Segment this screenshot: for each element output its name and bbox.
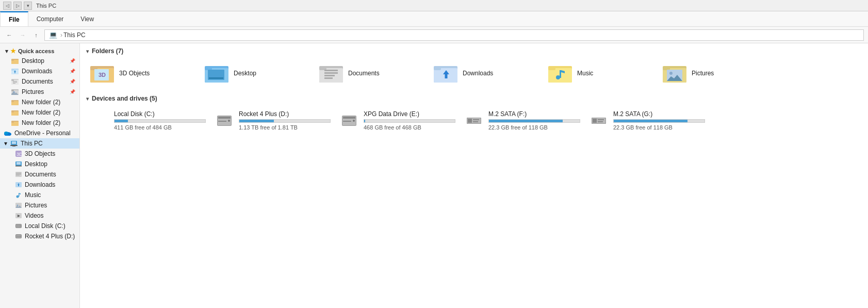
- sidebar-onedrive-label: OneDrive - Personal: [14, 129, 71, 137]
- svg-point-99: [353, 120, 355, 122]
- folder-icon: [11, 58, 19, 64]
- sidebar-item-onedrive[interactable]: OneDrive - Personal: [0, 128, 79, 138]
- folder-item-music[interactable]: Music: [544, 60, 658, 87]
- ribbon-tab-file[interactable]: File: [0, 11, 28, 26]
- svg-rect-104: [473, 119, 479, 120]
- sidebar-item-downloads[interactable]: Downloads 📌: [0, 66, 79, 76]
- folder-desktop-name: Desktop: [234, 70, 256, 77]
- svg-point-47: [17, 205, 19, 206]
- folder-item-3dobjects[interactable]: 3D 3D Objects: [86, 60, 200, 87]
- sidebar-item-newfolder3[interactable]: New folder (2): [0, 118, 79, 128]
- quick-access-star-icon: ★: [10, 47, 16, 55]
- folder-music-icon: [548, 63, 573, 84]
- drive-c-name: Local Disk (C:): [114, 110, 206, 118]
- sidebar-item-rocket-sub[interactable]: Rocket 4 Plus (D:): [0, 231, 79, 241]
- sidebar-item-music-sub[interactable]: Music: [0, 190, 79, 200]
- localdisk-icon: [15, 223, 22, 229]
- main-layout: ▾ ★ Quick access Desktop 📌 Downloads 📌 D…: [0, 43, 868, 308]
- sidebar-item-newfolder2[interactable]: New folder (2): [0, 107, 79, 118]
- sidebar-item-desktop[interactable]: Desktop 📌: [0, 56, 79, 66]
- folder-item-downloads[interactable]: Downloads: [430, 60, 543, 87]
- svg-point-89: [669, 72, 673, 75]
- svg-rect-58: [17, 236, 19, 237]
- drive-item-f[interactable]: M.2 SATA (F:) 22.3 GB free of 118 GB: [461, 107, 584, 134]
- folder-item-pictures[interactable]: Pictures: [659, 60, 772, 87]
- sidebar-quick-access-header[interactable]: ▾ ★ Quick access: [0, 45, 79, 56]
- sidebar-documents-label: Documents: [22, 78, 53, 85]
- drive-e-name: XPG Data Drive (E:): [364, 110, 455, 118]
- svg-rect-30: [12, 141, 16, 144]
- drives-section-header[interactable]: ▾ Devices and drives (5): [86, 95, 862, 102]
- sidebar-item-documents-sub[interactable]: Documents: [0, 169, 79, 180]
- drive-c-free: 411 GB free of 484 GB: [114, 124, 206, 131]
- folder-item-desktop[interactable]: Desktop: [201, 60, 314, 87]
- sidebar-item-pictures[interactable]: Pictures 📌: [0, 87, 79, 97]
- svg-rect-9: [11, 79, 14, 81]
- nav-forward-button[interactable]: →: [18, 30, 28, 40]
- svg-point-57: [20, 236, 21, 237]
- sidebar-item-downloads-sub[interactable]: Downloads: [0, 180, 79, 190]
- pictures-sub-icon: [15, 202, 22, 208]
- drive-item-c[interactable]: Local Disk (C:) 411 GB free of 484 GB: [86, 107, 210, 134]
- sidebar-item-pictures-sub[interactable]: Pictures: [0, 200, 79, 210]
- drive-d-icon: [215, 111, 234, 130]
- drive-c-bar: [114, 120, 128, 122]
- content-area: ▾ Folders (7) 3D 3D Objects: [80, 43, 868, 308]
- svg-point-53: [20, 225, 21, 226]
- drive-g-icon: [589, 111, 608, 130]
- svg-rect-73: [324, 72, 338, 74]
- drive-item-g[interactable]: M.2 SATA (G:) 22.3 GB free of 118 GB: [585, 107, 709, 134]
- sidebar-item-3dobjects[interactable]: 3D 3D Objects: [0, 149, 79, 159]
- address-pc-icon: 💻: [49, 31, 57, 39]
- drive-c-icon: [90, 111, 109, 130]
- svg-rect-105: [473, 121, 478, 122]
- svg-rect-2: [11, 59, 14, 61]
- sidebar-item-localdisk-sub[interactable]: Local Disk (C:): [0, 221, 79, 231]
- sidebar-item-documents[interactable]: Documents 📌: [0, 76, 79, 87]
- folder-pictures-icon: [663, 63, 687, 84]
- svg-rect-23: [11, 111, 14, 112]
- svg-rect-82: [548, 67, 555, 70]
- drive-item-d[interactable]: Rocket 4 Plus (D:) 1.13 TB free of 1.81 …: [211, 107, 335, 134]
- drive-e-bar-container: [364, 119, 455, 123]
- quick-access-chevron-icon: ▾: [5, 48, 8, 55]
- title-bar-fwd[interactable]: ▷: [13, 2, 22, 10]
- sidebar-newfolder3-label: New folder (2): [22, 119, 60, 126]
- drive-e-free: 468 GB free of 468 GB: [364, 124, 455, 131]
- sidebar-documents-sub-label: Documents: [25, 171, 56, 178]
- drives-section-label: Devices and drives (5): [92, 95, 157, 102]
- thispc-icon: [10, 140, 18, 147]
- title-bar-back[interactable]: ◁: [3, 2, 11, 10]
- pin-icon: 📌: [70, 79, 75, 84]
- nav-up-button[interactable]: ↑: [31, 30, 41, 40]
- sidebar-item-videos-sub[interactable]: Videos: [0, 210, 79, 221]
- drive-c-info: Local Disk (C:) 411 GB free of 484 GB: [114, 110, 206, 131]
- sidebar-desktop-label: Desktop: [22, 57, 44, 64]
- folder-downloads-name: Downloads: [463, 70, 493, 77]
- folder-documents-name: Documents: [348, 70, 380, 77]
- ribbon-tab-computer[interactable]: Computer: [28, 11, 73, 26]
- sidebar-item-desktop-sub[interactable]: Desktop: [0, 159, 79, 169]
- sidebar-item-thispc[interactable]: ▾ This PC: [0, 138, 79, 149]
- pin-icon: 📌: [70, 58, 75, 63]
- svg-rect-110: [598, 121, 603, 122]
- svg-rect-84: [560, 70, 561, 78]
- sidebar-pictures-sub-label: Pictures: [25, 202, 47, 209]
- folder-downloads-icon: [434, 63, 458, 84]
- address-path[interactable]: 💻 › This PC: [44, 29, 864, 41]
- folder-item-documents[interactable]: Documents: [315, 60, 429, 87]
- svg-rect-41: [16, 175, 20, 175]
- title-bar-menu[interactable]: ▾: [24, 2, 32, 10]
- folders-section-header[interactable]: ▾ Folders (7): [86, 47, 862, 55]
- svg-rect-31: [10, 145, 18, 146]
- sidebar-localdisk-sub-label: Local Disk (C:): [25, 222, 65, 230]
- title-bar-controls[interactable]: ◁ ▷ ▾: [3, 2, 32, 10]
- svg-rect-37: [15, 166, 22, 167]
- ribbon-tab-view[interactable]: View: [72, 11, 103, 26]
- sidebar-item-newfolder1[interactable]: New folder (2): [0, 97, 79, 107]
- svg-rect-71: [319, 67, 326, 70]
- drive-item-e[interactable]: XPG Data Drive (E:) 468 GB free of 468 G…: [336, 107, 460, 134]
- drive-f-name: M.2 SATA (F:): [488, 110, 580, 118]
- drive-d-bar: [239, 120, 274, 122]
- nav-back-button[interactable]: ←: [4, 30, 14, 40]
